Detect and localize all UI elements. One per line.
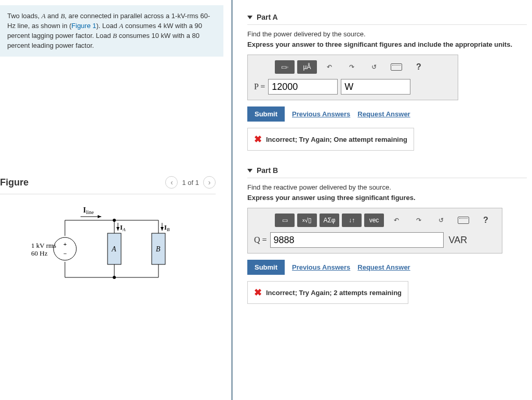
part-a-previous-answers-link[interactable]: Previous Answers <box>292 110 350 118</box>
undo-icon[interactable]: ↶ <box>320 60 339 74</box>
part-a-header[interactable]: Part A <box>247 13 527 25</box>
templates-icon[interactable]: ▭▫ <box>275 60 295 74</box>
svg-point-17 <box>113 219 116 222</box>
figure-pager: ‹ 1 of 1 › <box>165 176 216 189</box>
svg-marker-24 <box>116 227 119 231</box>
part-b-unit-label: VAR <box>449 235 468 246</box>
figure-pager-label: 1 of 1 <box>182 179 199 186</box>
svg-text:60 Hz: 60 Hz <box>31 249 48 257</box>
svg-text:+: + <box>63 241 66 247</box>
part-b-answer-box: ▭ x√▯ ΑΣφ ↓↑ vec ↶ ↷ ↺ ? Q = VAR <box>247 208 502 254</box>
part-a-submit-button[interactable]: Submit <box>247 106 285 122</box>
svg-text:IB: IB <box>164 223 170 232</box>
help-icon[interactable]: ? <box>476 214 496 227</box>
part-b-instruction: Express your answer using three signific… <box>247 194 527 202</box>
part-a-prompt: Find the power delivered by the source. <box>247 30 527 38</box>
part-b: Part B Find the reactive power delivered… <box>247 166 527 304</box>
keyboard-icon[interactable] <box>454 214 473 227</box>
figure-prev-button[interactable]: ‹ <box>165 176 178 189</box>
part-a-answer-box: ▭▫ µÅ ↶ ↷ ↺ ? P = <box>247 55 458 100</box>
svg-marker-21 <box>98 215 101 218</box>
redo-icon[interactable]: ↷ <box>409 214 429 227</box>
part-b-feedback: ✖ Incorrect; Try Again; 2 attempts remai… <box>247 281 408 304</box>
part-b-previous-answers-link[interactable]: Previous Answers <box>292 263 350 271</box>
units-button[interactable]: µÅ <box>297 60 317 74</box>
svg-text:−: − <box>63 250 66 257</box>
part-a-variable: P = <box>254 82 265 91</box>
svg-text:1 kV rms: 1 kV rms <box>31 242 56 249</box>
redo-icon[interactable]: ↷ <box>342 60 362 74</box>
undo-icon[interactable]: ↶ <box>387 214 406 227</box>
vec-button[interactable]: vec <box>364 214 384 227</box>
part-a-title: Part A <box>257 13 278 21</box>
keyboard-icon[interactable] <box>387 60 406 74</box>
problem-statement: Two loads, A and B, are connected in par… <box>0 5 223 57</box>
part-a: Part A Find the power delivered by the s… <box>247 13 527 151</box>
incorrect-icon: ✖ <box>254 134 262 145</box>
reset-icon[interactable]: ↺ <box>364 60 384 74</box>
part-b-prompt: Find the reactive power delivered by the… <box>247 183 527 191</box>
svg-text:Iline: Iline <box>83 206 94 215</box>
svg-point-18 <box>113 276 116 279</box>
templates-icon[interactable]: ▭ <box>275 214 295 227</box>
part-a-unit-input[interactable] <box>341 79 410 95</box>
caret-down-icon <box>247 169 252 172</box>
part-b-value-input[interactable] <box>270 232 444 248</box>
part-a-request-answer-link[interactable]: Request Answer <box>357 110 410 118</box>
part-a-value-input[interactable] <box>268 79 338 95</box>
part-a-feedback: ✖ Incorrect; Try Again; One attempt rema… <box>247 128 414 151</box>
greek-button[interactable]: ΑΣφ <box>320 214 339 227</box>
part-b-feedback-text: Incorrect; Try Again; 2 attempts remaini… <box>266 289 402 297</box>
circuit-figure: + − 1 kV rms 60 Hz A B Iline IA <box>29 199 231 295</box>
divider <box>0 194 216 194</box>
part-b-request-answer-link[interactable]: Request Answer <box>357 263 410 271</box>
sqrt-icon[interactable]: x√▯ <box>297 214 317 227</box>
svg-text:IA: IA <box>120 223 126 232</box>
figure-heading: Figure <box>0 177 29 188</box>
part-b-header[interactable]: Part B <box>247 166 527 178</box>
part-b-title: Part B <box>257 166 278 175</box>
svg-text:B: B <box>156 245 161 253</box>
reset-icon[interactable]: ↺ <box>431 214 451 227</box>
updown-icon[interactable]: ↓↑ <box>342 214 362 227</box>
svg-marker-27 <box>161 227 164 231</box>
help-icon[interactable]: ? <box>409 60 429 74</box>
svg-text:A: A <box>111 245 116 253</box>
figure-next-button[interactable]: › <box>203 176 216 189</box>
part-b-variable: Q = <box>254 235 267 245</box>
caret-down-icon <box>247 16 252 19</box>
part-b-submit-button[interactable]: Submit <box>247 260 285 275</box>
part-a-feedback-text: Incorrect; Try Again; One attempt remain… <box>266 136 407 143</box>
part-a-instruction: Express your answer to three significant… <box>247 41 527 48</box>
incorrect-icon: ✖ <box>254 287 262 298</box>
